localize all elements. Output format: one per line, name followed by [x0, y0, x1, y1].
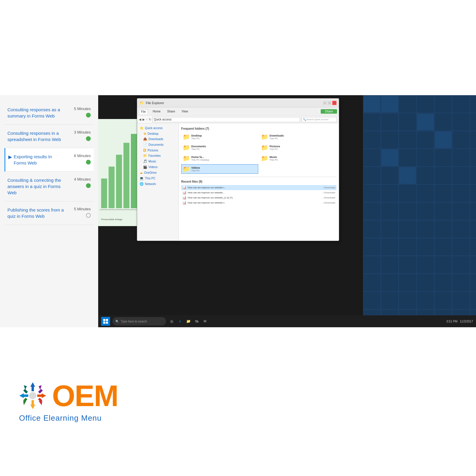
- middle-section: Consulting responses as a summary in For…: [0, 95, 476, 327]
- sidebar-item-exporting[interactable]: ▶ Exporting results In Forms Web 6 Minut…: [4, 148, 94, 172]
- sidebar-item-consulting-spreadsheet[interactable]: Consulting responses in a spreadsheet in…: [4, 125, 94, 148]
- file-3-path: ...\\Downloads: [322, 197, 335, 199]
- folder-desktop[interactable]: 📁 Desktop This PC: [181, 132, 258, 142]
- sidebar-item-consulting-quiz[interactable]: Consulting & correcting the answers in a…: [4, 172, 94, 201]
- taskbar-mail-icon[interactable]: ✉: [202, 318, 208, 325]
- sidebar-network[interactable]: 🌐 Network: [137, 181, 178, 187]
- folder-music-name: Music: [270, 156, 278, 159]
- folder-documents[interactable]: 📁 Documents This PC: [181, 143, 258, 152]
- sidebar-music[interactable]: 🎵 Music: [137, 159, 178, 164]
- search-bar[interactable]: 🔍 Search Quick access: [301, 117, 337, 122]
- svg-marker-52: [24, 385, 27, 390]
- sidebar-videos[interactable]: 🎬 Videos: [137, 164, 178, 170]
- sidebar-thispc[interactable]: 💻 This PC: [137, 176, 178, 181]
- taskbar-edge-icon[interactable]: e: [177, 318, 183, 325]
- taskbar-cortana-icon[interactable]: ◎: [168, 318, 175, 325]
- music-label: Music: [148, 160, 156, 163]
- taskbar-time: 3:51 PM: [446, 320, 457, 323]
- recent-file-1[interactable]: 📊 How can we improve our website i... ..…: [181, 185, 336, 190]
- solar-panel-background: [363, 95, 476, 327]
- recent-file-2[interactable]: 📊 How can we improve our website... ...\…: [181, 190, 336, 195]
- file-4-path: ...\\Downloads: [322, 202, 335, 204]
- svg-rect-30: [131, 134, 137, 208]
- folder-videos[interactable]: 📁 Videos This PC: [181, 164, 258, 174]
- folder-music-sub: This PC: [270, 159, 278, 161]
- svg-rect-29: [123, 143, 129, 208]
- folder-downloads[interactable]: 📁 Downloads This PC: [259, 132, 336, 142]
- folder-videos-info: Videos This PC: [191, 166, 200, 172]
- sidebar-downloads[interactable]: 📥 Downloads: [137, 136, 178, 142]
- folder-music[interactable]: 📁 Music This PC: [259, 154, 336, 163]
- address-bar[interactable]: Quick access: [152, 117, 300, 122]
- folder-downloads-name: Downloads: [270, 134, 284, 137]
- ribbon-tab-view[interactable]: View: [180, 109, 190, 114]
- explorer-close-button[interactable]: ✕: [332, 101, 336, 105]
- taskbar-explorer-icon[interactable]: 📁: [185, 318, 192, 325]
- sidebar: Consulting responses as a summary in For…: [0, 95, 98, 327]
- explorer-window-controls: ─ □ ✕: [323, 101, 336, 105]
- explorer-title-label: File Explorer: [146, 101, 164, 105]
- sidebar-item-consulting-quiz-right: 4 Minutes: [67, 177, 91, 188]
- sidebar-item-consulting-spreadsheet-dot: [86, 136, 91, 141]
- sidebar-documents[interactable]: 📄 Documents: [137, 142, 178, 148]
- explorer-ribbon: File Home Share View Share: [137, 107, 339, 116]
- forward-button[interactable]: ▶: [143, 118, 145, 121]
- explorer-toolbar: ◀ ▶ ↑ ↻ Quick access 🔍 Search Quick acce…: [137, 116, 339, 123]
- svg-rect-51: [24, 394, 28, 397]
- taskbar-store-icon[interactable]: 🛍: [193, 318, 200, 325]
- file-3-icon: 📊: [182, 196, 187, 200]
- recent-file-3[interactable]: 📊 How can we improve our website_(1-3) (…: [181, 195, 336, 200]
- folder-pictures[interactable]: 📁 Pictures This PC: [259, 143, 336, 152]
- taskbar-date: 11/3/2017: [460, 320, 473, 323]
- explorer-maximize-button[interactable]: □: [328, 101, 332, 105]
- svg-rect-28: [116, 155, 122, 208]
- start-button[interactable]: [101, 317, 110, 326]
- sidebar-item-consulting-summary[interactable]: Consulting responses as a summary in For…: [4, 101, 94, 125]
- sidebar-item-consulting-quiz-minutes: 4 Minutes: [74, 177, 91, 181]
- folder-home[interactable]: 📁 Home fa... This PC Desktop: [181, 154, 258, 163]
- sidebar-pictures[interactable]: 🖼 Pictures: [137, 148, 178, 153]
- svg-marker-50: [19, 393, 24, 398]
- ribbon-tab-file[interactable]: File: [139, 109, 148, 114]
- thispc-icon: 💻: [140, 176, 144, 180]
- svg-rect-43: [37, 394, 42, 397]
- share-button[interactable]: Share: [321, 109, 337, 114]
- active-indicator-icon: ▶: [8, 154, 12, 160]
- sidebar-onedrive[interactable]: ☁ OneDrive: [137, 170, 178, 176]
- oem-subtitle-text: Office Elearning Menu: [19, 414, 102, 423]
- ribbon-tab-share[interactable]: Share: [165, 109, 177, 114]
- recent-files-title: Recent files (9): [181, 180, 336, 183]
- thispc-label: This PC: [145, 177, 156, 180]
- top-area: [0, 0, 476, 95]
- svg-rect-53: [23, 389, 28, 394]
- up-button[interactable]: ↑: [146, 118, 148, 121]
- refresh-button[interactable]: ↻: [149, 118, 151, 121]
- folder-downloads-info: Downloads This PC: [270, 134, 284, 140]
- ribbon-tab-home[interactable]: Home: [151, 109, 162, 114]
- svg-rect-34: [103, 319, 105, 321]
- folder-videos-name: Videos: [191, 166, 200, 169]
- folder-pictures-name: Pictures: [270, 145, 280, 148]
- file-3-name: How can we improve our website_(1-3) (T): [188, 196, 321, 199]
- svg-rect-39: [32, 387, 34, 391]
- explorer-minimize-button[interactable]: ─: [323, 101, 327, 105]
- sidebar-quick-access[interactable]: ⭐ Quick access: [137, 125, 178, 131]
- folder-downloads-sub: This PC: [270, 137, 284, 140]
- sidebar-favorites[interactable]: 📁 Favorites: [137, 153, 178, 159]
- windows-logo-icon: [103, 319, 108, 324]
- folder-desktop-info: Desktop This PC: [191, 134, 202, 140]
- sidebar-item-exporting-label: Exporting results In Forms Web: [14, 154, 67, 166]
- oem-logo-top: OEM: [18, 381, 118, 411]
- recent-file-4[interactable]: 📊 How can we improve our website x ...\\…: [181, 200, 336, 205]
- explorer-title-text: 📁 File Explorer: [140, 101, 164, 105]
- sidebar-item-consulting-summary-dot: [86, 113, 91, 118]
- windows-desktop: Photovoltaik-Anlage 📁 File Explorer ─ □: [98, 95, 476, 327]
- taskbar-right: 3:51 PM 11/3/2017: [446, 320, 473, 323]
- quick-access-icon: ⭐: [140, 126, 144, 130]
- back-button[interactable]: ◀: [139, 118, 141, 121]
- sidebar-desktop[interactable]: 🖥 Desktop: [137, 131, 178, 136]
- sidebar-item-publishing[interactable]: Publishing the scores from a quiz in For…: [4, 201, 94, 225]
- folder-videos-icon: 📁: [183, 165, 190, 173]
- folders-grid: 📁 Desktop This PC 📁: [181, 132, 336, 174]
- taskbar-search[interactable]: 🔍 Type here to search: [112, 317, 166, 325]
